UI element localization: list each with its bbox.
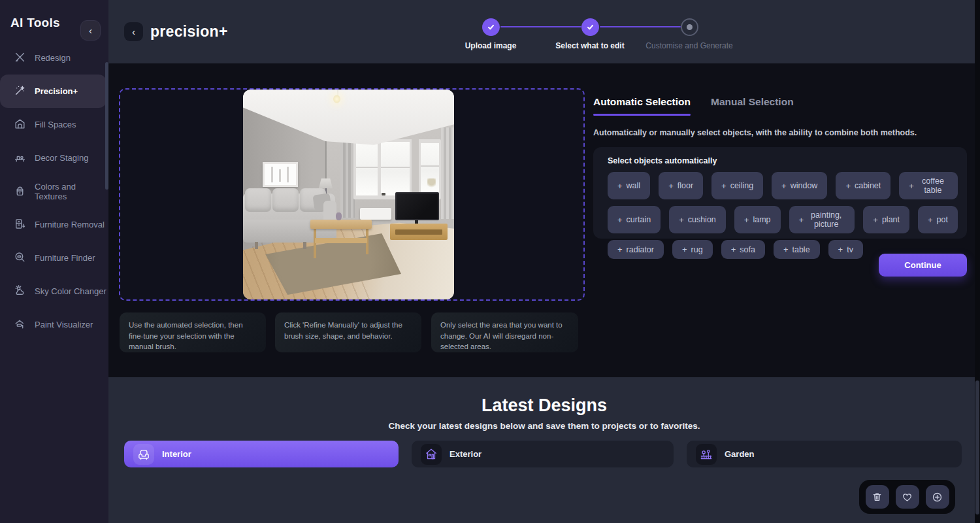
plus-icon: +: [873, 215, 878, 225]
sidebar-item-precision[interactable]: Precision+: [0, 75, 106, 108]
page-scrollbar-thumb[interactable]: [975, 380, 979, 515]
object-chip-coffee-table[interactable]: +coffee table: [899, 172, 958, 199]
plus-icon: +: [928, 215, 933, 225]
curtain-right: [441, 127, 454, 219]
sidebar-item-paint-visualizer[interactable]: Paint Visualizer: [0, 308, 108, 341]
house-icon: [421, 444, 442, 465]
furniture-removal-icon: [14, 218, 26, 232]
tv-bench: [390, 224, 448, 240]
window-sash: [381, 167, 410, 168]
object-chip-radiator[interactable]: +radiator: [608, 240, 664, 259]
object-chip-lamp[interactable]: +lamp: [734, 206, 781, 233]
objects-panel: Select objects automatically +wall +floo…: [593, 147, 967, 239]
sidebar-item-label: Paint Visualizer: [35, 320, 93, 329]
object-chip-pot[interactable]: +pot: [918, 206, 958, 233]
coffee-table: [310, 220, 372, 229]
object-chip-rug[interactable]: +rug: [672, 240, 713, 259]
object-chip-tv[interactable]: +tv: [828, 240, 863, 259]
tab-manual-selection[interactable]: Manual Selection: [711, 96, 794, 116]
sidebar-item-redesign[interactable]: Redesign: [0, 41, 108, 75]
sidebar-item-label: Decor Staging: [35, 153, 88, 163]
plus-icon: +: [783, 245, 789, 254]
redesign-icon: [14, 51, 26, 65]
hint-card: Only select the area that you want to ch…: [431, 312, 578, 352]
furniture-finder-icon: [14, 251, 26, 265]
back-button[interactable]: ‹: [124, 22, 143, 41]
sofa-cushion: [272, 188, 299, 212]
check-icon: [487, 23, 495, 31]
window-pane: [381, 142, 410, 195]
uploaded-room-photo[interactable]: [243, 90, 454, 299]
step-done-circle: [581, 18, 599, 36]
plus-icon: +: [744, 215, 749, 225]
sofa-leg: [303, 242, 306, 249]
object-chip-cushion[interactable]: +cushion: [669, 206, 726, 233]
sidebar-item-fill-spaces[interactable]: Fill Spaces: [0, 108, 108, 141]
radiator: [360, 208, 391, 220]
object-chip-wall[interactable]: +wall: [608, 172, 650, 199]
object-chip-sofa[interactable]: +sofa: [721, 240, 765, 259]
object-chip-window[interactable]: +window: [772, 172, 827, 199]
sidebar-item-label: Redesign: [35, 53, 71, 63]
plus-icon: +: [845, 181, 851, 191]
sidebar-item-label: Fill Spaces: [35, 120, 76, 129]
object-chip-floor[interactable]: +floor: [659, 172, 703, 199]
window-pane: [356, 142, 378, 195]
step-label: Upload image: [465, 41, 517, 50]
sidebar-title: AI Tools: [10, 16, 60, 30]
chip-row: +wall +floor +ceiling +window +cabinet +…: [608, 172, 958, 199]
tab-automatic-selection[interactable]: Automatic Selection: [593, 96, 691, 116]
object-chip-curtain[interactable]: +curtain: [608, 206, 661, 233]
category-tab-garden[interactable]: Garden: [687, 441, 962, 467]
selection-tabs: Automatic Selection Manual Selection: [593, 96, 794, 116]
object-chip-table[interactable]: +table: [774, 240, 820, 259]
plus-icon: +: [721, 181, 727, 191]
sidebar-item-colors-textures[interactable]: Colors and Textures: [0, 175, 108, 208]
chevron-left-icon: ‹: [132, 26, 135, 37]
garden-icon: [696, 444, 717, 465]
sidebar-item-sky-color[interactable]: Sky Color Changer: [0, 275, 108, 308]
step-dot: [687, 24, 693, 30]
add-to-project-button[interactable]: [926, 485, 949, 509]
object-chip-painting-picture[interactable]: +painting, picture: [789, 206, 855, 233]
continue-button[interactable]: Continue: [879, 254, 967, 277]
delete-button[interactable]: [866, 485, 889, 509]
latest-designs-section: Latest Designs Check your latest designs…: [108, 377, 980, 523]
window-sash: [421, 165, 439, 167]
object-chip-plant[interactable]: +plant: [863, 206, 909, 233]
plus-icon: +: [617, 245, 623, 254]
sidebar-nav: Redesign Precision+ Fill Spaces Decor St…: [0, 41, 108, 341]
sofa-cushion: [245, 188, 271, 212]
sidebar-collapse-button[interactable]: ‹: [80, 20, 101, 41]
object-chip-cabinet[interactable]: +cabinet: [836, 172, 890, 199]
magic-wand-icon: [14, 84, 26, 99]
sidebar-scrollbar-thumb[interactable]: [105, 62, 108, 190]
favorite-button[interactable]: [896, 485, 919, 509]
object-chip-ceiling[interactable]: +ceiling: [711, 172, 763, 199]
category-label: Garden: [725, 449, 755, 459]
light-bulb: [333, 95, 340, 103]
fill-spaces-icon: [14, 118, 26, 132]
design-actions-toolbar: [859, 480, 955, 514]
step-done-circle: [482, 18, 500, 36]
page-scrollbar-track[interactable]: [975, 0, 980, 523]
topbar: ‹ precision+ Upload image Select what to…: [108, 0, 980, 63]
sidebar-item-furniture-removal[interactable]: Furniture Removal: [0, 208, 108, 241]
paint-roller-icon: [14, 318, 26, 332]
chip-row: +curtain +cushion +lamp +painting, pictu…: [608, 206, 958, 233]
sidebar-item-decor-staging[interactable]: Decor Staging: [0, 141, 108, 175]
trash-icon: [871, 491, 883, 503]
category-tab-interior[interactable]: Interior: [124, 441, 399, 467]
sidebar-item-furniture-finder[interactable]: Furniture Finder: [0, 241, 108, 275]
page-title: precision+: [150, 23, 228, 41]
sun-cloud-icon: [14, 284, 26, 299]
category-tab-exterior[interactable]: Exterior: [412, 441, 674, 467]
latest-designs-title: Latest Designs: [108, 396, 980, 416]
hint-card: Use the automated selection, then fine-t…: [120, 312, 266, 352]
plus-icon: +: [668, 181, 674, 191]
plus-icon: +: [838, 245, 843, 254]
sidebar: AI Tools ‹ Redesign Precision+ Fill Spac…: [0, 0, 108, 523]
hint-card: Click 'Refine Manually' to adjust the br…: [275, 312, 421, 352]
plus-icon: +: [682, 245, 687, 254]
tv: [395, 192, 439, 220]
